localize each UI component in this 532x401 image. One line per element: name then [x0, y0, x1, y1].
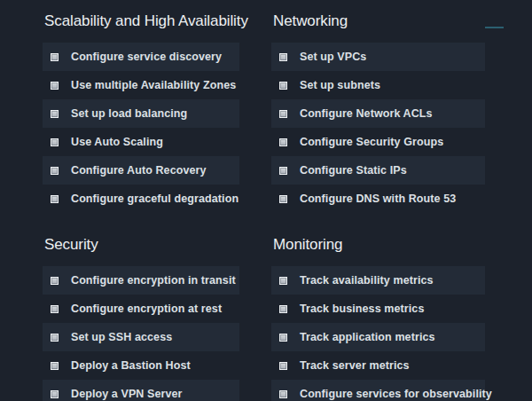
checkbox-unchecked-icon[interactable] [279, 82, 287, 90]
checklist-item[interactable]: Configure Security Groups [271, 128, 485, 156]
checklist-item-label: Configure encryption in transit [71, 274, 236, 287]
checkbox-unchecked-icon[interactable] [279, 138, 287, 146]
checklist-networking: Set up VPCs Set up subnets Configure Net… [271, 43, 485, 213]
checkbox-unchecked-icon[interactable] [51, 305, 59, 313]
section-title-security: Security [44, 236, 239, 254]
checkbox-unchecked-icon[interactable] [51, 390, 59, 398]
checklist-item-label: Set up VPCs [300, 51, 366, 63]
section-title-networking: Networking [273, 12, 485, 30]
checklist-item-label: Track business metrics [300, 303, 424, 315]
checkbox-unchecked-icon[interactable] [279, 53, 287, 61]
checklist-item[interactable]: Configure service discovery [43, 43, 239, 71]
checkbox-unchecked-icon[interactable] [51, 110, 59, 118]
checklist-monitoring: Track availability metrics Track busines… [271, 266, 485, 401]
checkbox-unchecked-icon[interactable] [279, 362, 287, 370]
checklist-item-label: Track availability metrics [300, 274, 434, 287]
checklist-item-label: Configure services for observability [300, 388, 492, 400]
checklist-item[interactable]: Deploy a VPN Server [43, 380, 239, 401]
checklist-item-label: Configure Network ACLs [300, 107, 433, 120]
checklist-item-label: Configure DNS with Route 53 [300, 193, 456, 205]
checkbox-unchecked-icon[interactable] [51, 138, 59, 146]
checkbox-unchecked-icon[interactable] [279, 334, 287, 342]
checkbox-unchecked-icon[interactable] [51, 277, 59, 285]
checklist-item[interactable]: Track business metrics [271, 295, 485, 323]
checkbox-unchecked-icon[interactable] [51, 82, 59, 90]
checklist-item[interactable]: Configure DNS with Route 53 [271, 185, 485, 213]
section-monitoring: Monitoring Track availability metrics Tr… [271, 236, 485, 401]
checkbox-unchecked-icon[interactable] [279, 277, 287, 285]
checklist-scalability: Configure service discovery Use multiple… [43, 43, 239, 213]
checklist-item-label: Configure graceful degradation [71, 193, 239, 205]
checklist-item[interactable]: Track application metrics [271, 323, 485, 351]
checklist-item-label: Track application metrics [300, 331, 435, 343]
checklist-page: Scalability and High Availability Config… [0, 0, 532, 401]
checklist-item[interactable]: Set up load balancing [43, 99, 239, 128]
checklist-item-label: Configure Security Groups [300, 136, 443, 148]
checklist-item[interactable]: Configure encryption at rest [43, 295, 239, 323]
checklist-item[interactable]: Use multiple Availability Zones [43, 71, 239, 99]
page-content: Scalability and High Availability Config… [0, 0, 532, 401]
accent-dash [485, 27, 504, 28]
sections-grid: Scalability and High Availability Config… [43, 12, 532, 401]
checklist-item-label: Set up load balancing [71, 107, 187, 120]
checkbox-unchecked-icon[interactable] [51, 334, 59, 342]
checklist-item-label: Use Auto Scaling [71, 136, 163, 148]
checkbox-unchecked-icon[interactable] [279, 167, 287, 175]
checklist-item-label: Deploy a VPN Server [71, 388, 183, 400]
section-title-scalability: Scalability and High Availability [44, 12, 239, 30]
checklist-item-label: Configure Auto Recovery [71, 164, 207, 177]
checkbox-unchecked-icon[interactable] [51, 195, 59, 203]
checklist-item[interactable]: Deploy a Bastion Host [43, 351, 239, 380]
checklist-security: Configure encryption in transit Configur… [43, 266, 239, 401]
checklist-item-label: Set up subnets [300, 79, 380, 91]
checklist-item-label: Use multiple Availability Zones [71, 79, 236, 91]
checklist-item[interactable]: Set up subnets [271, 71, 485, 99]
checklist-item-label: Configure encryption at rest [71, 303, 222, 315]
checkbox-unchecked-icon[interactable] [51, 362, 59, 370]
checkbox-unchecked-icon[interactable] [51, 167, 59, 175]
checklist-item-label: Deploy a Bastion Host [71, 359, 191, 372]
checklist-item[interactable]: Set up SSH access [43, 323, 239, 351]
checklist-item[interactable]: Configure Network ACLs [271, 99, 485, 128]
checklist-item[interactable]: Track availability metrics [271, 266, 485, 295]
checklist-item[interactable]: Configure encryption in transit [43, 266, 239, 295]
checklist-item-label: Configure service discovery [71, 51, 222, 63]
checklist-item[interactable]: Configure Static IPs [271, 156, 485, 185]
checkbox-unchecked-icon[interactable] [51, 53, 59, 61]
checkbox-unchecked-icon[interactable] [279, 390, 287, 398]
checklist-item[interactable]: Use Auto Scaling [43, 128, 239, 156]
checklist-item[interactable]: Configure services for observability [271, 380, 485, 401]
section-title-monitoring: Monitoring [273, 236, 485, 254]
checklist-item-label: Track server metrics [300, 359, 410, 372]
checklist-item[interactable]: Configure Auto Recovery [43, 156, 239, 185]
checklist-item[interactable]: Configure graceful degradation [43, 185, 239, 213]
checkbox-unchecked-icon[interactable] [279, 110, 287, 118]
section-networking: Networking Set up VPCs Set up subnets Co… [271, 12, 485, 213]
checkbox-unchecked-icon[interactable] [279, 195, 287, 203]
checklist-item-label: Set up SSH access [71, 331, 172, 343]
checkbox-unchecked-icon[interactable] [279, 305, 287, 313]
checklist-item[interactable]: Set up VPCs [271, 43, 485, 71]
checklist-item[interactable]: Track server metrics [271, 351, 485, 380]
section-security: Security Configure encryption in transit… [43, 236, 239, 401]
checklist-item-label: Configure Static IPs [300, 164, 407, 177]
section-scalability: Scalability and High Availability Config… [43, 12, 239, 213]
